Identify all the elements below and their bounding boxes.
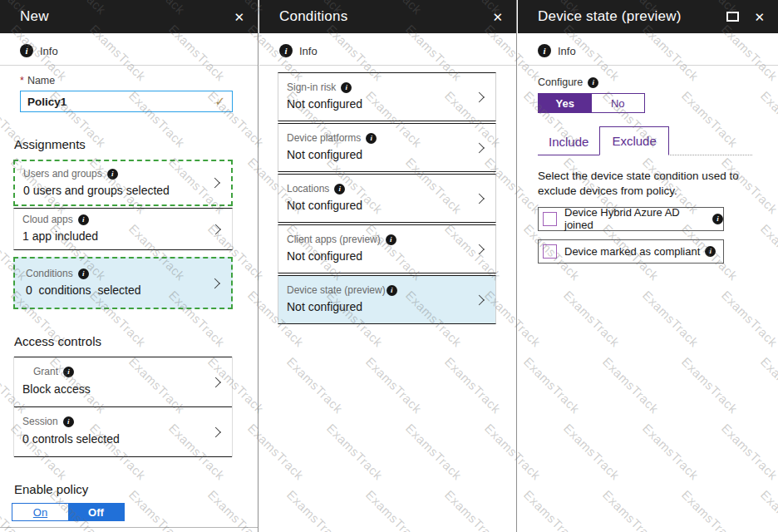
close-icon[interactable]: ✕ <box>234 11 244 23</box>
blade-title: Device state (preview) <box>538 8 726 25</box>
access-controls-heading: Access controls <box>14 334 258 348</box>
tab-exclude[interactable]: Exclude <box>599 126 668 155</box>
blade-new-header: New ✕ <box>0 0 258 33</box>
include-exclude-tabs: Include Exclude <box>538 126 752 155</box>
checkbox[interactable] <box>543 212 557 226</box>
info-icon[interactable]: i <box>78 268 89 279</box>
checkbox[interactable] <box>543 244 557 259</box>
divider <box>259 65 516 66</box>
card-label: Sign-in risk <box>287 81 336 93</box>
blade-new: New ✕ i Info *Name ✓ Assignments Users a… <box>0 0 259 532</box>
card-value: Not configured <box>287 300 472 313</box>
info-icon[interactable]: i <box>386 234 396 245</box>
option-hybrid-azure-ad-joined[interactable]: Device Hybrid Azure AD joined i <box>538 207 724 231</box>
card-label: Session <box>22 416 58 427</box>
card-value: 0 users and groups selected <box>23 184 208 197</box>
name-input-wrap: ✓ <box>20 91 233 112</box>
card-users-and-groups[interactable]: Users and groups i 0 users and groups se… <box>13 160 233 206</box>
card-device-state[interactable]: Device state (preview) i Not configured <box>278 275 496 324</box>
option-marked-as-compliant[interactable]: Device marked as compliant i <box>538 239 724 264</box>
card-value: 0 conditions selected <box>26 283 208 297</box>
close-icon[interactable]: ✕ <box>754 11 765 23</box>
chevron-right-icon <box>474 244 485 254</box>
blade-title: Conditions <box>279 8 492 25</box>
assignments-heading: Assignments <box>14 137 258 151</box>
info-banner[interactable]: i Info <box>538 44 778 57</box>
chevron-right-icon <box>210 224 221 234</box>
configure-yes-option[interactable]: Yes <box>539 94 592 112</box>
card-label: Device platforms <box>287 132 361 144</box>
chevron-right-icon <box>474 193 485 204</box>
info-icon[interactable]: i <box>63 416 74 427</box>
divider <box>0 65 258 66</box>
card-sign-in-risk[interactable]: Sign-in risk i Not configured <box>278 72 496 121</box>
chevron-right-icon <box>210 377 221 387</box>
info-banner[interactable]: i Info <box>20 44 258 57</box>
card-value: 0 controls selected <box>22 432 209 446</box>
toggle-off-option[interactable]: Off <box>68 504 124 520</box>
card-client-apps[interactable]: Client apps (preview) i Not configured <box>278 224 496 273</box>
configure-label-row: Configure i <box>538 76 778 88</box>
divider <box>0 527 258 528</box>
card-value: Not configured <box>287 148 472 161</box>
info-label: Info <box>558 45 576 57</box>
chevron-right-icon <box>474 142 485 153</box>
info-icon[interactable]: i <box>63 367 74 377</box>
configure-no-option[interactable]: No <box>592 94 645 112</box>
name-input[interactable] <box>27 96 214 108</box>
info-icon: i <box>279 44 293 57</box>
info-icon[interactable]: i <box>705 246 716 257</box>
configure-toggle: Yes No <box>538 93 645 113</box>
card-session[interactable]: Session i 0 controls selected <box>14 406 232 457</box>
enable-policy-toggle: On Off <box>12 503 125 521</box>
info-icon[interactable]: i <box>366 133 377 144</box>
name-label-text: Name <box>27 75 55 86</box>
blade-conditions-header: Conditions ✕ <box>259 0 516 33</box>
info-icon: i <box>20 44 33 57</box>
chevron-right-icon <box>474 91 485 102</box>
info-icon[interactable]: i <box>107 169 118 180</box>
card-label: Locations <box>287 183 329 195</box>
card-label: Grant <box>33 366 58 377</box>
info-icon[interactable]: i <box>341 82 352 93</box>
info-banner[interactable]: i Info <box>279 44 516 57</box>
info-icon[interactable]: i <box>712 214 723 224</box>
card-cloud-apps[interactable]: Cloud apps i 1 app included <box>13 208 233 250</box>
card-value: Not configured <box>287 199 472 212</box>
card-value: Not configured <box>287 97 472 111</box>
required-marker: * <box>20 75 24 86</box>
card-label: Device state (preview) <box>287 284 386 296</box>
info-icon[interactable]: i <box>334 184 345 195</box>
configure-label: Configure <box>538 76 583 88</box>
close-icon[interactable]: ✕ <box>492 11 503 23</box>
chevron-right-icon <box>209 278 220 288</box>
card-value: Block access <box>22 382 209 396</box>
card-conditions[interactable]: Conditions i 0 conditions selected <box>13 257 233 309</box>
chevron-right-icon <box>209 178 220 189</box>
assignments-cards: Users and groups i 0 users and groups se… <box>0 160 258 309</box>
blade-title: New <box>20 8 234 25</box>
card-device-platforms[interactable]: Device platforms i Not configured <box>278 123 496 172</box>
option-label: Device marked as compliant <box>564 245 700 258</box>
info-label: Info <box>40 45 58 57</box>
card-grant[interactable]: Grant i Block access <box>14 357 232 406</box>
exclude-description: Select the device state condition used t… <box>538 169 752 199</box>
info-icon[interactable]: i <box>78 214 89 225</box>
name-field-block: *Name ✓ <box>20 75 233 112</box>
toggle-on-option[interactable]: On <box>12 504 68 520</box>
info-icon[interactable]: i <box>588 77 598 88</box>
card-value: Not configured <box>287 249 472 263</box>
info-icon[interactable]: i <box>387 285 397 296</box>
card-locations[interactable]: Locations i Not configured <box>278 174 496 223</box>
divider <box>518 65 778 66</box>
maximize-icon[interactable] <box>726 12 739 22</box>
card-label: Cloud apps <box>22 214 73 225</box>
option-label: Device Hybrid Azure AD joined <box>564 206 707 231</box>
tab-include[interactable]: Include <box>538 130 599 155</box>
enable-policy-heading: Enable policy <box>14 482 258 496</box>
name-field-label: *Name <box>20 75 233 86</box>
blade-device-state: Device state (preview) ✕ i Info Configur… <box>518 0 778 532</box>
blade-conditions: Conditions ✕ i Info Sign-in risk i Not c… <box>259 0 517 532</box>
card-label: Users and groups <box>23 168 102 180</box>
card-label: Conditions <box>26 268 73 279</box>
